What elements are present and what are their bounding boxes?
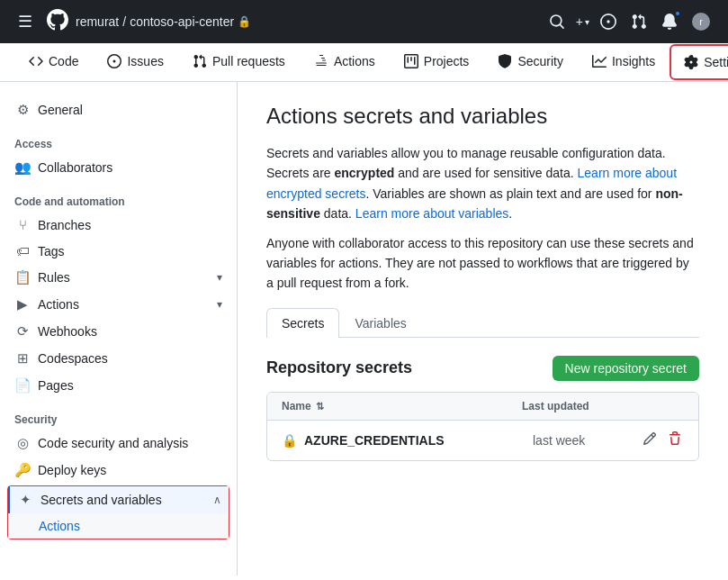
avatar-button[interactable]: r: [688, 9, 714, 34]
sidebar-item-actions-sub[interactable]: Actions: [8, 513, 229, 539]
hamburger-button[interactable]: ☰: [14, 8, 36, 35]
notification-badge: [674, 10, 681, 17]
webhook-icon: ⟳: [14, 323, 31, 340]
description-bold-encrypted: encrypted: [334, 166, 394, 180]
repo-lock-icon: 🔒: [238, 15, 251, 28]
secret-name-cell: 🔒 AZURE_CREDENTIALS: [282, 433, 533, 448]
section-header: Repository secrets New repository secret: [266, 356, 699, 381]
edit-secret-button[interactable]: [641, 430, 659, 451]
gear-icon: ⚙: [14, 102, 31, 118]
people-icon: 👥: [14, 159, 31, 176]
rules-chevron-icon: ▾: [217, 271, 222, 284]
sidebar-item-pages[interactable]: 📄 Pages: [0, 372, 237, 399]
github-logo: [47, 9, 68, 35]
sidebar-security-section: Security: [0, 399, 237, 430]
actions-icon: ▶: [14, 296, 31, 313]
description-text-5: .: [508, 206, 512, 221]
delete-secret-button[interactable]: [666, 430, 684, 451]
column-name-header: Name ⇅: [282, 400, 522, 412]
sidebar-item-general[interactable]: ⚙ General: [0, 96, 237, 123]
nav-pr-label: Pull requests: [212, 54, 285, 68]
tab-variables[interactable]: Variables: [339, 308, 421, 338]
secrets-table: Name ⇅ Last updated 🔒 AZURE_CREDENTIALS …: [266, 392, 699, 461]
nav-projects-label: Projects: [424, 54, 470, 68]
nav-projects[interactable]: Projects: [390, 43, 484, 81]
sidebar-item-tags[interactable]: 🏷 Tags: [0, 238, 237, 264]
codespaces-icon: ⊞: [14, 350, 31, 367]
sidebar-item-webhooks[interactable]: ⟳ Webhooks: [0, 318, 237, 345]
sidebar-item-codespaces[interactable]: ⊞ Codespaces: [0, 345, 237, 372]
description-text-2: and are used for sensitive data.: [394, 166, 577, 180]
sidebar-item-secrets-variables[interactable]: ✦ Secrets and variables ∧: [8, 486, 229, 513]
sidebar-tags-label: Tags: [38, 244, 65, 258]
table-row: 🔒 AZURE_CREDENTIALS last week: [267, 421, 698, 460]
sidebar-secrets-variables-label: Secrets and variables: [40, 493, 162, 507]
sidebar-rules-label: Rules: [38, 270, 70, 285]
sidebar-item-actions[interactable]: ▶ Actions ▾: [0, 291, 237, 318]
sidebar-collaborators-label: Collaborators: [38, 160, 112, 175]
description-text-3: . Variables are shown as plain text and …: [366, 186, 656, 201]
tabs: Secrets Variables: [266, 308, 699, 338]
sidebar-item-code-security[interactable]: ◎ Code security and analysis: [0, 430, 237, 457]
actions-chevron-icon: ▾: [217, 298, 222, 311]
nav-pull-requests[interactable]: Pull requests: [178, 43, 300, 81]
key-icon: 🔑: [14, 462, 31, 478]
create-new-button[interactable]: + ▾: [576, 14, 589, 29]
main-content: Actions secrets and variables Secrets an…: [238, 82, 728, 575]
rules-icon: 📋: [14, 269, 31, 285]
sidebar-code-automation-section: Code and automation: [0, 181, 237, 212]
sidebar-item-branches[interactable]: ⑂ Branches: [0, 212, 237, 238]
nav-issues[interactable]: Issues: [93, 43, 177, 81]
pull-requests-icon-button[interactable]: [627, 10, 651, 33]
nav-security[interactable]: Security: [483, 43, 578, 81]
sidebar-item-collaborators[interactable]: 👥 Collaborators: [0, 154, 237, 181]
notifications-button[interactable]: [658, 10, 681, 33]
sidebar-branches-label: Branches: [38, 218, 91, 232]
nav-code[interactable]: Code: [14, 43, 93, 81]
nav-issues-label: Issues: [127, 54, 163, 68]
sidebar: ⚙ General Access 👥 Collaborators Code an…: [0, 82, 238, 575]
sidebar-general-label: General: [38, 103, 83, 117]
repo-link[interactable]: contoso-api-center: [130, 14, 234, 29]
secret-updated-cell: last week: [533, 433, 641, 448]
sidebar-pages-label: Pages: [38, 378, 74, 393]
nav-actions[interactable]: Actions: [300, 43, 390, 81]
sort-icon[interactable]: ⇅: [316, 401, 324, 412]
nav-security-label: Security: [517, 54, 563, 68]
secret-name: AZURE_CREDENTIALS: [304, 433, 445, 448]
branches-icon: ⑂: [14, 217, 31, 232]
repo-breadcrumb: remurat / contoso-api-center 🔒: [76, 14, 538, 29]
issues-icon-button[interactable]: [597, 10, 620, 33]
sidebar-item-deploy-keys[interactable]: 🔑 Deploy keys: [0, 457, 237, 484]
sidebar-webhooks-label: Webhooks: [38, 324, 97, 339]
sidebar-item-rules[interactable]: 📋 Rules ▾: [0, 264, 237, 291]
code-security-icon: ◎: [14, 435, 31, 451]
secret-actions-cell: [641, 430, 684, 451]
top-bar-actions: + ▾ r: [545, 9, 714, 34]
repo-nav: Code Issues Pull requests Actions Projec…: [0, 43, 728, 82]
sidebar-actions-label: Actions: [38, 297, 79, 312]
nav-code-label: Code: [49, 54, 78, 68]
plus-icon: +: [576, 14, 583, 29]
user-link[interactable]: remurat: [76, 14, 119, 29]
page-layout: ⚙ General Access 👥 Collaborators Code an…: [0, 82, 728, 575]
secret-lock-icon: 🔒: [282, 433, 297, 448]
search-button[interactable]: [545, 10, 569, 33]
nav-settings-label: Settings: [704, 55, 728, 69]
tab-secrets[interactable]: Secrets: [266, 308, 339, 338]
table-header: Name ⇅ Last updated: [267, 393, 698, 421]
variables-link[interactable]: Learn more about variables: [355, 206, 508, 221]
main-description: Secrets and variables allow you to manag…: [266, 143, 699, 294]
nav-settings[interactable]: Settings: [670, 44, 728, 80]
section-title: Repository secrets: [266, 358, 412, 377]
page-title: Actions secrets and variables: [266, 104, 699, 129]
new-repository-secret-button[interactable]: New repository secret: [553, 356, 699, 381]
sidebar-codespaces-label: Codespaces: [38, 351, 108, 366]
description-text-4: data.: [320, 206, 355, 221]
nav-insights[interactable]: Insights: [578, 43, 670, 81]
sidebar-secrets-section: ✦ Secrets and variables ∧ Actions: [7, 485, 229, 539]
nav-actions-label: Actions: [334, 54, 375, 68]
sidebar-actions-sub-label: Actions: [39, 519, 80, 533]
description-p2: Anyone with collaborator access to this …: [266, 233, 699, 294]
secrets-chevron-icon: ∧: [213, 494, 221, 506]
